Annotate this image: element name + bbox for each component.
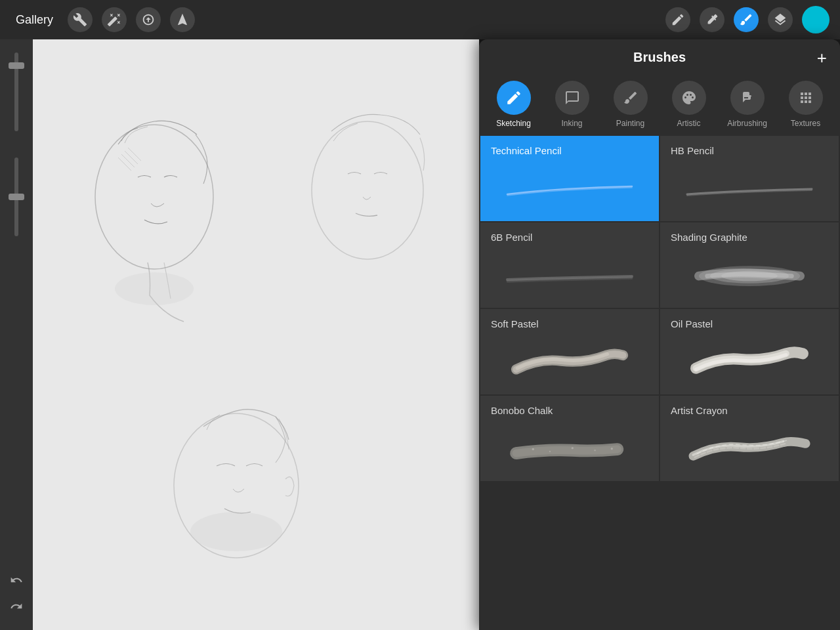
- tab-inking[interactable]: Inking: [544, 81, 600, 128]
- smudge-icon[interactable]: [136, 7, 161, 32]
- brush-soft-pastel[interactable]: Soft Pastel: [480, 309, 659, 394]
- brush-bonobo-chalk-name: Bonobo Chalk: [491, 405, 648, 416]
- tab-textures[interactable]: Textures: [778, 81, 833, 128]
- navigate-icon[interactable]: [170, 7, 195, 32]
- brush-technical-pencil-stroke: [491, 163, 648, 212]
- brush-hb-pencil[interactable]: HB Pencil: [660, 136, 839, 221]
- brush-hb-pencil-name: HB Pencil: [671, 145, 828, 156]
- user-avatar[interactable]: [802, 6, 830, 33]
- airbrushing-icon: [730, 81, 765, 115]
- textures-label: Textures: [791, 119, 820, 128]
- brushes-panel: Brushes + Sketching Inking Painting: [479, 39, 840, 630]
- brush-artist-crayon[interactable]: Artist Crayon: [660, 396, 839, 481]
- panel-title: Brushes: [633, 50, 686, 65]
- toolbar-right: [665, 6, 830, 33]
- svg-point-9: [115, 272, 194, 305]
- brush-shading-graphite-name: Shading Graphite: [671, 232, 828, 243]
- redo-button[interactable]: [6, 596, 27, 617]
- brush-bonobo-chalk[interactable]: Bonobo Chalk: [480, 396, 659, 481]
- brush-artist-crayon-stroke: [671, 423, 828, 472]
- sketch-layer: [33, 39, 479, 630]
- brush-hb-pencil-stroke: [671, 163, 828, 212]
- wrench-icon[interactable]: [68, 7, 93, 32]
- panel-header: Brushes +: [479, 39, 840, 75]
- brush-technical-pencil-name: Technical Pencil: [491, 145, 648, 156]
- sketch-illustration: [33, 39, 479, 630]
- category-tabs: Sketching Inking Painting Artistic: [479, 75, 840, 136]
- tab-sketching[interactable]: Sketching: [486, 81, 541, 128]
- svg-point-15: [572, 447, 574, 449]
- brush-oil-pastel-stroke: [671, 336, 828, 385]
- svg-point-16: [594, 450, 596, 452]
- tab-artistic[interactable]: Artistic: [661, 81, 717, 128]
- brush-grid: Technical Pencil HB Pencil 6B Pencil: [479, 136, 840, 481]
- eyedropper-icon[interactable]: [700, 7, 724, 32]
- painting-icon: [614, 81, 648, 115]
- brush-shading-graphite[interactable]: Shading Graphite: [660, 222, 839, 308]
- brush-oil-pastel[interactable]: Oil Pastel: [660, 309, 839, 394]
- textures-icon: [789, 81, 823, 115]
- size-slider[interactable]: [14, 158, 18, 236]
- inking-icon: [555, 81, 589, 115]
- brush-shading-graphite-stroke: [671, 249, 828, 299]
- artistic-icon: [672, 81, 706, 115]
- brush-soft-pastel-name: Soft Pastel: [491, 318, 648, 329]
- magic-wand-icon[interactable]: [102, 7, 127, 32]
- svg-point-17: [611, 448, 613, 450]
- opacity-slider[interactable]: [14, 52, 18, 131]
- brush-tool-icon[interactable]: [734, 7, 759, 32]
- add-brush-button[interactable]: +: [817, 49, 827, 66]
- toolbar-left: Gallery: [10, 7, 195, 32]
- painting-label: Painting: [616, 119, 644, 128]
- sketching-icon: [497, 81, 531, 115]
- top-toolbar: Gallery: [0, 0, 840, 39]
- layers-icon[interactable]: [768, 7, 793, 32]
- inking-label: Inking: [561, 119, 582, 128]
- brush-bonobo-chalk-stroke: [491, 423, 648, 472]
- gallery-button[interactable]: Gallery: [10, 10, 58, 30]
- svg-point-8: [190, 512, 282, 551]
- brush-technical-pencil[interactable]: Technical Pencil: [480, 136, 659, 221]
- brush-6b-pencil-stroke: [491, 249, 648, 299]
- svg-point-13: [532, 448, 534, 450]
- tab-airbrushing[interactable]: Airbrushing: [719, 81, 775, 128]
- tab-painting[interactable]: Painting: [602, 81, 658, 128]
- brush-6b-pencil[interactable]: 6B Pencil: [480, 222, 659, 308]
- sketching-label: Sketching: [496, 119, 531, 128]
- svg-point-14: [549, 450, 551, 452]
- brush-soft-pastel-stroke: [491, 336, 648, 385]
- brush-artist-crayon-name: Artist Crayon: [671, 405, 828, 416]
- brush-6b-pencil-name: 6B Pencil: [491, 232, 648, 243]
- airbrushing-label: Airbrushing: [727, 119, 767, 128]
- left-panel: [0, 39, 33, 630]
- pen-tool-icon[interactable]: [665, 7, 690, 32]
- canvas-area[interactable]: [33, 39, 479, 630]
- brush-oil-pastel-name: Oil Pastel: [671, 318, 828, 329]
- undo-button[interactable]: [6, 570, 27, 591]
- artistic-label: Artistic: [677, 119, 701, 128]
